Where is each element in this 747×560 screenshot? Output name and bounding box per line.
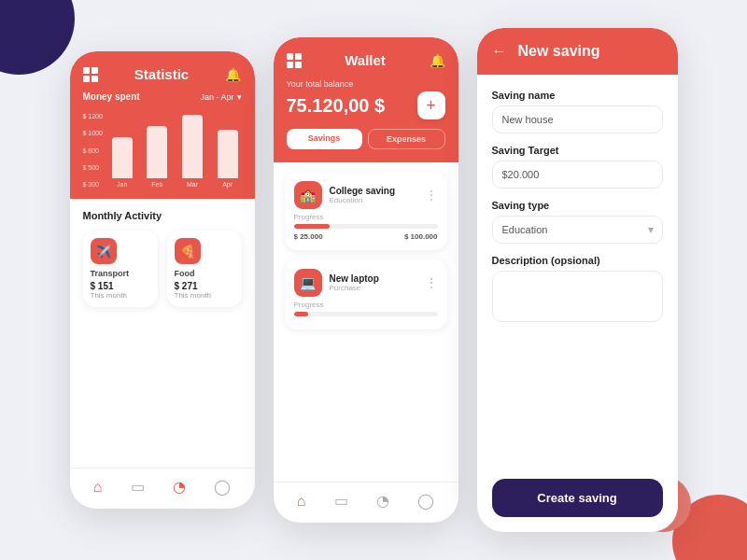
nav-user-icon[interactable]: ◯ bbox=[214, 478, 231, 496]
college-saving-menu[interactable]: ⋮ bbox=[425, 188, 438, 203]
college-progress-amounts: $ 25.000 $ 100.000 bbox=[294, 232, 438, 241]
tab-expenses[interactable]: Expenses bbox=[368, 129, 445, 149]
saving-type-select-wrap: Education Purchase Travel Health ▾ bbox=[492, 216, 663, 244]
monthly-activity-title: Monthly Activity bbox=[83, 210, 242, 221]
saving-type-select[interactable]: Education Purchase Travel Health bbox=[492, 216, 663, 244]
college-saving-category: Education bbox=[330, 196, 396, 204]
laptop-progress-bar bbox=[294, 312, 438, 316]
screens-container: Statistic 🔔 Money spent Jan - Apr ▾ $ 12… bbox=[70, 28, 678, 532]
food-icon: 🍕 bbox=[175, 238, 201, 264]
transport-amount: $ 151 bbox=[91, 281, 150, 291]
college-progress-label: Progress bbox=[294, 213, 438, 221]
wallet-nav-user-icon[interactable]: ◯ bbox=[417, 492, 434, 510]
college-current-amount: $ 25.000 bbox=[294, 232, 323, 241]
nav-clock-icon[interactable]: ◔ bbox=[173, 478, 186, 496]
transport-icon: ✈️ bbox=[91, 238, 117, 264]
saving-item-laptop: 💻 New laptop Purchase ⋮ Progress bbox=[285, 259, 447, 329]
wallet-nav-home-icon[interactable]: ⌂ bbox=[297, 493, 306, 510]
activity-card-transport: ✈️ Transport $ 151 This month bbox=[83, 231, 158, 307]
screen-statistic: Statistic 🔔 Money spent Jan - Apr ▾ $ 12… bbox=[70, 51, 255, 509]
activity-cards: ✈️ Transport $ 151 This month 🍕 Food $ 2… bbox=[83, 231, 242, 307]
new-saving-body: Saving name Saving Target Saving type Ed… bbox=[477, 75, 678, 532]
tab-savings[interactable]: Savings bbox=[287, 129, 362, 149]
bell-icon[interactable]: 🔔 bbox=[225, 67, 241, 82]
saving-name-input[interactable] bbox=[492, 105, 663, 133]
wallet-grid-icon[interactable] bbox=[287, 53, 302, 68]
add-saving-button[interactable]: + bbox=[417, 91, 445, 119]
bar-jan: Jan bbox=[108, 137, 136, 188]
college-saving-icon: 🏫 bbox=[294, 181, 322, 209]
nav-card-icon[interactable]: ▭ bbox=[131, 478, 145, 496]
bar-apr: Apr bbox=[214, 130, 242, 188]
saving-name-group: Saving name bbox=[492, 90, 663, 133]
saving-type-group: Saving type Education Purchase Travel He… bbox=[492, 200, 663, 244]
new-saving-header: ← New saving bbox=[477, 28, 678, 75]
transport-label: Transport bbox=[91, 269, 150, 278]
laptop-saving-category: Purchase bbox=[330, 284, 379, 292]
tab-row: Savings Expenses bbox=[287, 129, 445, 149]
saving-target-group: Saving Target bbox=[492, 145, 663, 189]
college-saving-name: College saving bbox=[330, 186, 396, 196]
bar-mar: Mar bbox=[178, 115, 206, 188]
food-label: Food bbox=[175, 269, 234, 278]
saving-target-label: Saving Target bbox=[492, 145, 663, 156]
balance-row: 75.120,00 $ + bbox=[287, 91, 445, 119]
wallet-body: 🏫 College saving Education ⋮ Progress $ … bbox=[274, 162, 458, 482]
laptop-progress-label: Progress bbox=[294, 301, 438, 309]
balance-label: Your total balance bbox=[287, 79, 445, 89]
create-saving-button[interactable]: Create saving bbox=[492, 479, 663, 517]
money-spent-row: Money spent Jan - Apr ▾ bbox=[83, 91, 242, 102]
chevron-down-icon: ▾ bbox=[237, 92, 242, 102]
transport-period: This month bbox=[91, 291, 150, 300]
balance-amount: 75.120,00 $ bbox=[287, 95, 386, 117]
saving-name-label: Saving name bbox=[492, 90, 663, 101]
screen-wallet: Wallet 🔔 Your total balance 75.120,00 $ … bbox=[274, 37, 458, 523]
description-label: Description (opsional) bbox=[492, 255, 663, 266]
bottom-nav-1: ⌂ ▭ ◔ ◯ bbox=[70, 468, 255, 509]
laptop-saving-name: New laptop bbox=[330, 273, 379, 284]
food-period: This month bbox=[175, 291, 234, 300]
college-target-amount: $ 100.000 bbox=[404, 232, 438, 241]
bar-feb: Feb bbox=[144, 126, 172, 188]
activity-card-food: 🍕 Food $ 271 This month bbox=[167, 231, 242, 307]
money-spent-label: Money spent bbox=[83, 91, 140, 102]
wallet-header: Wallet 🔔 Your total balance 75.120,00 $ … bbox=[274, 37, 458, 162]
statistic-header: Statistic 🔔 Money spent Jan - Apr ▾ $ 12… bbox=[70, 51, 255, 199]
laptop-progress-fill bbox=[294, 312, 308, 316]
laptop-saving-icon: 💻 bbox=[294, 269, 322, 297]
wallet-nav-clock-icon[interactable]: ◔ bbox=[376, 492, 389, 510]
wallet-title: Wallet bbox=[345, 52, 386, 68]
saving-type-label: Saving type bbox=[492, 200, 663, 211]
date-range[interactable]: Jan - Apr ▾ bbox=[200, 92, 241, 102]
statistic-title: Statistic bbox=[134, 66, 189, 82]
wallet-nav-card-icon[interactable]: ▭ bbox=[334, 492, 348, 510]
grid-icon[interactable] bbox=[83, 67, 98, 82]
back-button[interactable]: ← bbox=[492, 43, 507, 60]
wallet-bell-icon[interactable]: 🔔 bbox=[430, 53, 445, 68]
saving-item-college: 🏫 College saving Education ⋮ Progress $ … bbox=[285, 172, 447, 250]
description-input[interactable] bbox=[492, 271, 663, 322]
chart-bars: Jan Feb Mar Apr bbox=[108, 113, 242, 188]
nav-home-icon[interactable]: ⌂ bbox=[93, 479, 103, 496]
saving-target-input[interactable] bbox=[492, 161, 663, 189]
screen-new-saving: ← New saving Saving name Saving Target S… bbox=[477, 28, 678, 532]
description-group: Description (opsional) bbox=[492, 255, 663, 322]
college-progress-fill bbox=[294, 224, 331, 229]
college-progress-bar bbox=[294, 224, 438, 229]
chart-area: $ 1200 $ 1000 $ 800 $ 500 $ 300 Jan bbox=[83, 109, 242, 188]
wallet-header-top: Wallet 🔔 bbox=[287, 52, 445, 68]
new-saving-title: New saving bbox=[518, 43, 600, 60]
laptop-saving-menu[interactable]: ⋮ bbox=[425, 275, 438, 290]
statistic-header-top: Statistic 🔔 bbox=[83, 66, 242, 82]
bottom-nav-2: ⌂ ▭ ◔ ◯ bbox=[274, 482, 458, 523]
statistic-body: Monthly Activity ✈️ Transport $ 151 This… bbox=[70, 199, 255, 468]
y-axis-labels: $ 1200 $ 1000 $ 800 $ 500 $ 300 bbox=[83, 113, 103, 188]
bg-decoration-top-left bbox=[0, 0, 75, 75]
food-amount: $ 271 bbox=[175, 281, 234, 291]
